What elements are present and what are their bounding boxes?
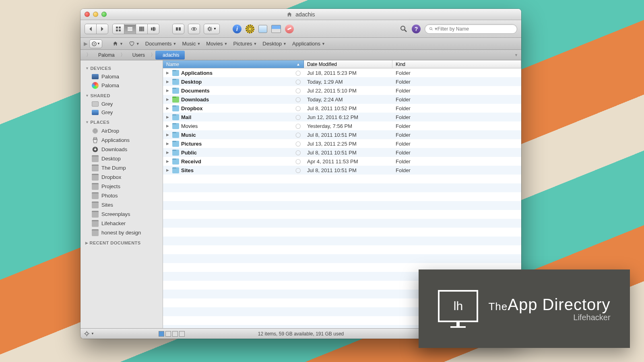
window-title: adachis — [80, 11, 521, 18]
disclosure-triangle[interactable]: ▶ — [166, 159, 169, 163]
sidebar-sites[interactable]: Sites — [80, 200, 163, 210]
search-input[interactable] — [438, 26, 513, 32]
back-button[interactable] — [85, 24, 97, 34]
disclosure-triangle[interactable]: ▶ — [166, 80, 169, 84]
file-row[interactable]: ▶Applications◯Jul 18, 2011 5:23 PMFolder — [163, 68, 521, 77]
column-kind[interactable]: Kind — [392, 60, 521, 68]
file-row[interactable]: ▶Receivd◯Apr 4, 2011 11:53 PMFolder — [163, 157, 521, 166]
sidebar-device-paloma-2[interactable]: Paloma — [80, 81, 163, 90]
sidebar-shared-grey-1[interactable]: Grey — [80, 100, 163, 108]
coverflow-view-button[interactable] — [147, 24, 159, 34]
column-name[interactable]: Name▲ — [163, 60, 304, 68]
disclosure-triangle[interactable]: ▶ — [166, 115, 169, 119]
file-row[interactable]: ▶Dropbox◯Jul 8, 2011 10:52 PMFolder — [163, 104, 521, 113]
sidebar-thedump[interactable]: The Dump — [80, 163, 163, 173]
help-icon[interactable]: ? — [412, 25, 421, 33]
sidebar-airdrop[interactable]: AirDrop — [80, 126, 163, 136]
disclosure-triangle[interactable]: ▶ — [166, 106, 169, 110]
fav-collapse-arrow[interactable]: ▶ — [84, 41, 88, 47]
disclosure-triangle[interactable]: ▶ — [166, 142, 169, 146]
mini-view-1[interactable] — [159, 331, 164, 337]
file-row[interactable]: ▶Sites◯Jul 8, 2011 10:51 PMFolder — [163, 166, 521, 175]
file-row[interactable]: ▶Movies◯Yesterday, 7:56 PMFolder — [163, 121, 521, 130]
file-row[interactable]: ▶Downloads◯Today, 2:24 AMFolder — [163, 95, 521, 104]
disclosure-triangle[interactable]: ▶ — [166, 150, 169, 154]
crumb-adachis[interactable]: adachis — [155, 51, 185, 60]
disclosure-triangle[interactable]: ▶ — [166, 97, 169, 101]
burn-icon[interactable] — [246, 25, 254, 33]
sidebar-devices-header[interactable]: ▼DEVICES — [80, 63, 163, 72]
file-row[interactable]: ▶Pictures◯Jul 13, 2011 2:25 PMFolder — [163, 139, 521, 148]
sidebar-device-paloma-1[interactable]: Paloma — [80, 72, 163, 81]
mini-view-3[interactable] — [172, 331, 178, 337]
tag-dot-icon: ◯ — [295, 141, 301, 146]
disclosure-triangle[interactable]: ▶ — [166, 71, 169, 75]
sidebar-shared-header[interactable]: ▼SHARED — [80, 90, 163, 100]
drive-icon[interactable] — [271, 25, 281, 33]
quicklook-button[interactable] — [188, 24, 200, 34]
stop-icon[interactable] — [285, 25, 294, 33]
sidebar-downloads[interactable]: Downloads — [80, 145, 163, 154]
folder-icon — [172, 141, 179, 147]
sidebar-shared-grey-2[interactable]: Grey — [80, 108, 163, 117]
fav-pictures[interactable]: Pictures▼ — [231, 41, 259, 47]
sidebar-honestbydesign[interactable]: honest by design — [80, 228, 163, 237]
badge-title: TheApp Directory — [488, 296, 610, 314]
list-view-button[interactable] — [124, 24, 136, 34]
forward-button[interactable] — [96, 24, 108, 34]
file-row[interactable]: ▶Documents◯Jul 22, 2011 5:10 PMFolder — [163, 86, 521, 95]
titlebar[interactable]: adachis — [80, 9, 521, 20]
file-row[interactable]: ▶Public◯Jul 8, 2011 10:51 PMFolder — [163, 148, 521, 157]
sidebar-photos[interactable]: Photos — [80, 191, 163, 200]
sidebar-projects[interactable]: Projects — [80, 182, 163, 191]
file-row[interactable]: ▶Mail◯Jun 12, 2011 6:12 PMFolder — [163, 113, 521, 121]
sidebar-applications[interactable]: Applications — [80, 136, 163, 145]
crumb-users[interactable]: Users — [125, 51, 151, 60]
fav-music[interactable]: Music▼ — [180, 41, 202, 47]
file-date: Jul 8, 2011 10:51 PM — [304, 150, 392, 156]
fav-heart[interactable]: ▼ — [127, 41, 142, 47]
arrange-button[interactable] — [172, 24, 184, 34]
svg-point-23 — [94, 43, 95, 44]
column-date[interactable]: Date Modified — [304, 60, 392, 68]
action-button[interactable]: ▼ — [204, 24, 220, 34]
search-field[interactable]: ▾ — [425, 24, 517, 34]
info-icon[interactable]: i — [233, 25, 242, 33]
sidebar-places-header[interactable]: ▼PLACES — [80, 117, 163, 126]
file-kind: Folder — [392, 141, 521, 147]
magnifier-icon — [429, 27, 433, 31]
toolbar: ▼ i ? ▾ — [80, 20, 521, 38]
file-row[interactable]: ▶Desktop◯Today, 1:29 AMFolder — [163, 77, 521, 86]
mini-view-4[interactable] — [179, 331, 185, 337]
folder-icon — [92, 192, 99, 199]
list-icon — [127, 26, 133, 32]
file-kind: Folder — [392, 123, 521, 129]
file-name: Receivd — [181, 158, 201, 165]
idisk-icon[interactable] — [258, 25, 267, 33]
fav-applications[interactable]: Applications▼ — [290, 41, 327, 47]
sidebar-dropbox[interactable]: Dropbox — [80, 173, 163, 182]
disclosure-triangle[interactable]: ▶ — [166, 133, 169, 137]
crumb-paloma[interactable]: Paloma — [91, 51, 120, 60]
disclosure-triangle[interactable]: ▶ — [166, 88, 169, 93]
sidebar-lifehacker[interactable]: Lifehacker — [80, 219, 163, 228]
fav-movies[interactable]: Movies▼ — [204, 41, 229, 47]
mini-view-2[interactable] — [165, 331, 171, 337]
pathbar-menu[interactable]: ▼ — [514, 53, 518, 57]
sidebar-desktop[interactable]: Desktop — [80, 154, 163, 163]
icon-view-button[interactable] — [112, 24, 124, 34]
svg-line-19 — [405, 30, 407, 32]
disclosure-triangle[interactable]: ▶ — [166, 168, 169, 172]
fav-desktop[interactable]: Desktop▼ — [260, 41, 289, 47]
fav-home[interactable]: ▼ — [110, 41, 125, 47]
file-row[interactable]: ▶Music◯Jul 8, 2011 10:51 PMFolder — [163, 130, 521, 139]
nav-buttons — [85, 24, 108, 34]
search-icon[interactable] — [400, 25, 408, 33]
fav-path-button[interactable]: ▼ — [89, 39, 102, 48]
column-view-button[interactable] — [136, 24, 148, 34]
status-gear-icon[interactable] — [84, 331, 90, 337]
disclosure-triangle[interactable]: ▶ — [166, 124, 169, 128]
sidebar-screenplays[interactable]: Screenplays — [80, 210, 163, 219]
fav-documents[interactable]: Documents▼ — [143, 41, 179, 47]
sidebar-recent-header[interactable]: ▶RECENT DOCUMENTS — [80, 237, 163, 247]
